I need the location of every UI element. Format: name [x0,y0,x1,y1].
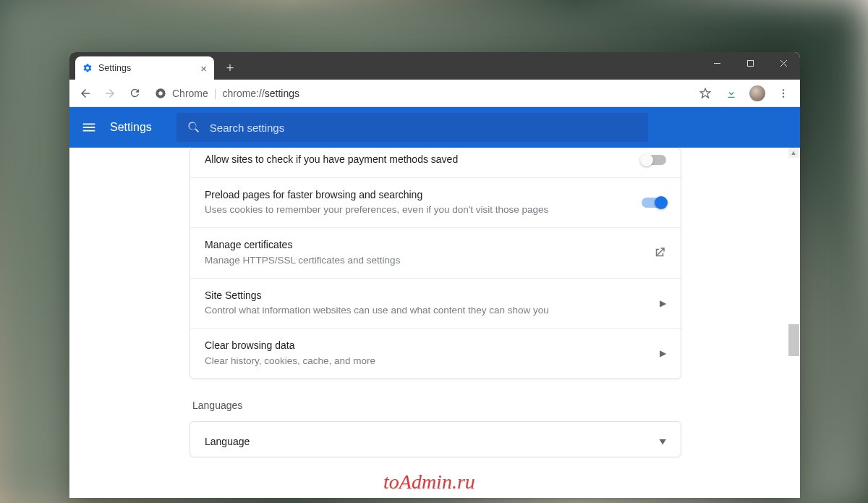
toggle-knob [655,196,668,209]
row-preload-pages: Preload pages for faster browsing and se… [190,177,681,227]
row-title: Preload pages for faster browsing and se… [205,188,642,203]
search-settings-box[interactable] [176,113,648,142]
chrome-icon [155,88,166,99]
bookmark-star-icon[interactable] [694,83,716,104]
address-bar: Chrome | chrome://settings [69,80,800,107]
chrome-menu-icon[interactable] [773,83,794,104]
svg-point-5 [158,91,162,95]
languages-card: Language ▶ [190,421,681,457]
svg-point-6 [783,89,784,90]
row-subtitle: Clear history, cookies, cache, and more [205,355,660,368]
search-icon [187,120,201,135]
row-payment-methods: Allow sites to check if you have payment… [190,148,681,177]
external-link-icon [653,246,666,259]
tab-title: Settings [98,63,131,73]
browser-tab[interactable]: Settings × [75,56,214,80]
toggle-knob [640,153,653,166]
privacy-card: Allow sites to check if you have payment… [190,148,681,379]
close-tab-icon[interactable]: × [200,63,207,74]
close-window-button[interactable] [767,52,800,74]
chevron-right-icon: ▶ [660,298,666,308]
minimize-button[interactable] [700,52,733,74]
window-controls [700,52,800,80]
row-subtitle: Control what information websites can us… [205,304,660,318]
reload-button[interactable] [124,83,145,103]
row-language[interactable]: Language ▶ [190,422,681,457]
chevron-right-icon: ▶ [660,348,666,358]
row-site-settings[interactable]: Site Settings Control what information w… [190,278,681,328]
settings-header: Settings [69,107,800,148]
row-subtitle: Manage HTTPS/SSL certificates and settin… [205,254,653,268]
settings-title: Settings [110,121,152,134]
profile-avatar[interactable] [746,83,768,104]
gear-icon [82,63,93,73]
search-settings-input[interactable] [210,122,638,134]
row-title: Site Settings [205,289,660,303]
chevron-down-icon: ▶ [658,439,668,444]
section-header-languages: Languages [192,400,681,411]
address-path: settings [265,88,299,99]
scrollbar-thumb[interactable] [788,324,799,356]
row-subtitle: Uses cookies to remember your preference… [205,203,642,217]
svg-point-7 [783,92,784,93]
extension-download-icon[interactable] [720,83,742,104]
row-title: Clear browsing data [205,339,660,353]
toggle-preload-pages[interactable] [642,198,666,208]
svg-rect-1 [747,60,753,66]
row-manage-certificates[interactable]: Manage certificates Manage HTTPS/SSL cer… [190,227,681,277]
row-clear-browsing-data[interactable]: Clear browsing data Clear history, cooki… [190,328,681,378]
row-title: Manage certificates [205,238,653,253]
maximize-button[interactable] [733,52,767,74]
titlebar: Settings × + [69,52,800,80]
avatar-image [749,85,765,101]
hamburger-menu-icon[interactable] [81,119,97,135]
scroll-up-arrow[interactable]: ▲ [788,148,799,158]
address-prefix: Chrome [172,88,208,99]
address-scheme: chrome:// [222,88,264,99]
browser-window: Settings × + Chrome | chrome://settings … [69,52,800,498]
row-title: Allow sites to check if you have payment… [205,153,642,167]
back-button[interactable] [75,83,95,103]
svg-point-8 [783,96,784,97]
forward-button[interactable] [100,83,120,103]
omnibox[interactable]: Chrome | chrome://settings [149,88,690,99]
new-tab-button[interactable]: + [220,58,240,78]
toggle-payment-methods[interactable] [642,155,666,165]
row-title: Language [205,435,660,449]
address-separator: | [214,88,217,99]
settings-content[interactable]: ▲ Allow sites to check if you have payme… [69,148,800,498]
